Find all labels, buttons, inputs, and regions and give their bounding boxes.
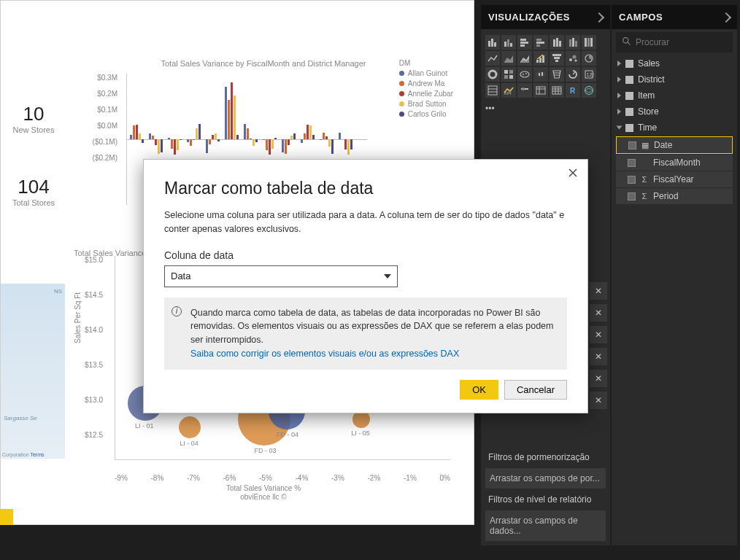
- ok-button[interactable]: OK: [460, 380, 498, 400]
- cancel-button[interactable]: Cancelar: [504, 380, 567, 400]
- remove-field-button[interactable]: ✕: [590, 326, 607, 343]
- svg-rect-26: [555, 60, 558, 62]
- viz-type-tile[interactable]: [550, 51, 564, 66]
- panel-header[interactable]: VISUALIZAÇÕES: [481, 5, 610, 29]
- add-page-tab[interactable]: [0, 509, 13, 525]
- svg-rect-15: [569, 39, 571, 47]
- expand-icon: [617, 61, 621, 66]
- viz-type-tile[interactable]: [485, 51, 500, 66]
- map-visual[interactable]: NS Sargasso Se Corporation Terms: [1, 284, 65, 459]
- svg-rect-22: [539, 58, 541, 63]
- close-button[interactable]: [566, 166, 580, 180]
- field-search[interactable]: [616, 32, 733, 52]
- viz-type-tile[interactable]: [485, 83, 500, 98]
- viz-type-tile[interactable]: [582, 51, 596, 66]
- remove-field-button[interactable]: ✕: [590, 348, 607, 365]
- svg-point-36: [520, 71, 529, 77]
- field-row[interactable]: ΣPeriod: [616, 188, 733, 204]
- svg-rect-16: [572, 38, 574, 47]
- viz-type-tile[interactable]: KPI: [501, 83, 516, 98]
- viz-type-tile[interactable]: [582, 83, 596, 98]
- viz-type-tile[interactable]: R: [566, 83, 580, 98]
- table-row[interactable]: Time: [613, 120, 736, 136]
- legend-item[interactable]: Andrew Ma: [399, 79, 453, 88]
- viz-type-tile[interactable]: [550, 35, 564, 50]
- legend-item[interactable]: Allan Guinot: [399, 69, 453, 77]
- filters-section: Filtros de pormenorização Arrastar os ca…: [485, 446, 606, 541]
- viz-type-tile[interactable]: [550, 67, 564, 82]
- viz-type-tile[interactable]: 123: [582, 67, 596, 82]
- viz-type-tile[interactable]: [517, 51, 532, 66]
- dialog-description: Selecione uma coluna para ser utilizada …: [164, 209, 567, 236]
- remove-field-button[interactable]: ✕: [590, 370, 607, 387]
- field-row[interactable]: ΣFiscalYear: [616, 171, 733, 187]
- viz-type-tile[interactable]: [533, 83, 548, 98]
- dots-icon[interactable]: •••: [485, 104, 495, 114]
- mark-as-date-table-dialog: Marcar como tabela de data Selecione uma…: [143, 159, 588, 413]
- viz-type-tile[interactable]: [582, 35, 596, 50]
- checkbox[interactable]: [628, 192, 636, 201]
- table-icon: [625, 108, 633, 116]
- report-filter-drop[interactable]: Arrastar os campos de dados...: [485, 510, 606, 541]
- bubble-label: LI - 01: [135, 422, 154, 429]
- table-row[interactable]: Sales: [613, 55, 736, 71]
- viz-type-tile[interactable]: [533, 67, 548, 82]
- svg-rect-21: [536, 60, 539, 63]
- table-row[interactable]: Item: [613, 88, 736, 104]
- svg-rect-2: [494, 42, 496, 47]
- legend-item[interactable]: Brad Sutton: [399, 100, 453, 108]
- viz-type-tile[interactable]: [517, 67, 532, 82]
- search-input[interactable]: [636, 37, 727, 47]
- chevron-right-icon: [594, 12, 604, 22]
- bubble-label: LI - 04: [180, 440, 199, 447]
- remove-field-button[interactable]: ✕: [590, 392, 607, 409]
- viz-type-tile[interactable]: [566, 51, 580, 66]
- viz-type-tile[interactable]: [501, 35, 516, 50]
- viz-type-tile[interactable]: [533, 35, 548, 50]
- viz-type-tile[interactable]: [517, 83, 532, 98]
- bubble-label: LI - 05: [351, 429, 370, 437]
- panel-header[interactable]: CAMPOS: [612, 5, 737, 29]
- svg-rect-3: [504, 42, 506, 47]
- viz-type-tile[interactable]: [501, 67, 516, 82]
- checkbox[interactable]: [628, 141, 636, 149]
- svg-rect-11: [536, 44, 540, 47]
- svg-rect-8: [520, 44, 525, 47]
- expand-icon: [617, 93, 621, 98]
- field-row[interactable]: FiscalMonth: [616, 155, 733, 171]
- learn-more-link[interactable]: Saiba como corrigir os elementos visuais…: [190, 349, 459, 359]
- viz-type-tile[interactable]: [485, 35, 500, 50]
- remove-field-button[interactable]: ✕: [590, 304, 607, 322]
- viz-type-tile[interactable]: [485, 67, 500, 82]
- chevron-right-icon: [721, 12, 731, 22]
- legend-item[interactable]: Carlos Grilo: [399, 110, 453, 118]
- svg-rect-40: [539, 73, 540, 76]
- table-row[interactable]: Store: [613, 104, 736, 120]
- bubble[interactable]: [352, 411, 370, 428]
- bubble-label: FD - 04: [277, 431, 298, 438]
- date-column-dropdown[interactable]: Data: [164, 265, 398, 287]
- svg-point-62: [585, 87, 593, 95]
- svg-rect-25: [554, 57, 560, 59]
- expand-icon: [617, 126, 623, 130]
- calendar-icon: ▦: [641, 141, 650, 150]
- viz-type-tile[interactable]: [517, 35, 532, 50]
- viz-type-tile[interactable]: [550, 83, 564, 98]
- svg-rect-10: [536, 42, 544, 44]
- viz-type-tile[interactable]: [501, 51, 516, 66]
- viz-type-tile[interactable]: [533, 51, 548, 66]
- expand-icon: [617, 77, 621, 82]
- drillthrough-drop[interactable]: Arrastar os campos de por...: [485, 468, 606, 489]
- checkbox[interactable]: [628, 176, 636, 184]
- checkbox[interactable]: [628, 159, 636, 167]
- legend-item[interactable]: Annelie Zubar: [399, 90, 453, 98]
- kpi-value: 104: [1, 176, 66, 198]
- x-axis: -9%-8%-7%-6%-5%-4%-3%-2%-1%0%: [115, 474, 450, 482]
- viz-type-tile[interactable]: [566, 35, 580, 50]
- svg-rect-17: [575, 41, 577, 47]
- table-row[interactable]: District: [613, 71, 736, 88]
- remove-field-button[interactable]: ✕: [590, 282, 607, 300]
- field-row[interactable]: ▦Date: [616, 136, 733, 154]
- bubble[interactable]: [179, 416, 201, 438]
- viz-type-tile[interactable]: [566, 67, 580, 82]
